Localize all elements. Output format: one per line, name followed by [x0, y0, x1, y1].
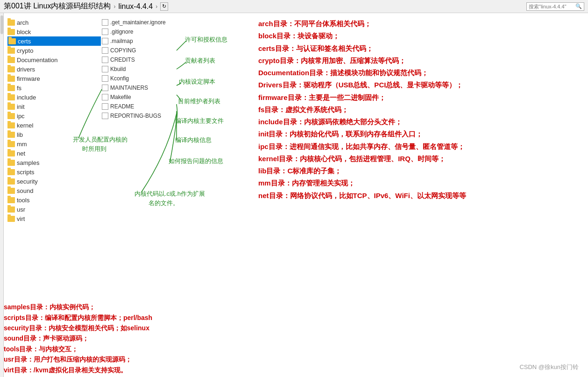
bottom-desc-line-3: sound目录：声卡驱动源码； [4, 333, 242, 343]
annotation-codefiles: 内核代码以.c或.h作为扩展 [135, 190, 205, 198]
bottom-desc-line-4: tools目录：与内核交互； [4, 344, 242, 354]
file-label: REPORTING-BUGS [110, 113, 161, 119]
right-desc-line-11: kernel目录：内核核心代码，包括进程管理、IRQ、时间等； [258, 153, 581, 165]
file-icon [102, 94, 108, 100]
nav-sep1: › [113, 3, 115, 10]
folder-icon [7, 66, 15, 72]
search-icon: 🔍 [575, 3, 582, 9]
folder-item-documentation[interactable]: Documentation [7, 55, 101, 64]
folder-item-block[interactable]: block [7, 27, 101, 36]
folder-label: arch [17, 19, 28, 26]
nav-search-box[interactable]: 🔍 [526, 2, 584, 11]
folder-item-ipc[interactable]: ipc [7, 111, 101, 121]
nav-breadcrumb1: 第001讲 Linux内核源码组织结构 [4, 1, 111, 11]
file-item-mailmap[interactable]: .mailmap [102, 36, 177, 46]
watermark: CSDN @徐kun按门铃 [519, 363, 579, 371]
right-desc-line-1: block目录：块设备驱动； [258, 30, 581, 42]
folder-item-samples[interactable]: samples [7, 158, 101, 167]
file-label: COPYING [110, 47, 136, 54]
annotation-codefiles2: 名的文件。 [149, 199, 179, 207]
bottom-desc-line-5: usr目录：用户打包和压缩内核的实现源码； [4, 354, 242, 364]
folder-item-sound[interactable]: sound [7, 186, 101, 195]
file-icon [102, 85, 108, 91]
file-list: .get_maintainer.ignore.gitignore.mailmap… [102, 18, 177, 121]
annotation-kconfig: 内核设定脚本 [179, 78, 215, 86]
folder-item-crypto[interactable]: crypto [7, 46, 101, 55]
bottom-desc-line-1: scripts目录：编译和配置内核所需脚本；perl/bash [4, 313, 242, 323]
folder-item-fs[interactable]: fs [7, 83, 101, 92]
folder-icon [7, 141, 15, 147]
folder-item-firmware[interactable]: firmware [7, 74, 101, 83]
nav-refresh-btn[interactable]: ↻ [160, 2, 168, 11]
file-label: README [110, 103, 134, 110]
file-item-reportingbugs[interactable]: REPORTING-BUGS [102, 111, 177, 121]
right-desc-line-10: ipc目录：进程间通信实现，比如共享内存、信号量、匿名管道等； [258, 141, 581, 153]
folder-label: firmware [17, 75, 40, 82]
folder-label: mm [17, 141, 27, 148]
file-icon [102, 47, 108, 54]
folder-item-drivers[interactable]: drivers [7, 64, 101, 74]
nav-bar: 第001讲 Linux内核源码组织结构 › linux-4.4.4 › ↻ 🔍 [0, 0, 588, 13]
folder-icon [7, 76, 15, 82]
file-icon [102, 19, 108, 26]
annotation-maintainers: 目前维护者列表 [178, 97, 220, 106]
file-item-readme[interactable]: README [102, 102, 177, 111]
right-desc-line-3: crypto目录：内核常用加密、压缩算法等代码； [258, 55, 581, 67]
file-item-kconfig[interactable]: Kconfig [102, 74, 177, 83]
file-label: .gitignore [110, 28, 133, 35]
folder-icon [7, 48, 15, 54]
folder-icon [8, 38, 16, 44]
folder-item-certs[interactable]: certs [7, 36, 101, 46]
right-desc-line-7: fs目录：虚拟文件系统代码； [258, 104, 581, 116]
folder-icon [7, 169, 15, 175]
right-desc-line-4: Documentation目录：描述模块功能和协议规范代码； [258, 67, 581, 79]
folder-icon [7, 216, 15, 222]
folder-label: sound [17, 187, 33, 194]
folder-label: certs [18, 38, 31, 45]
folder-item-init[interactable]: init [7, 102, 101, 111]
right-desc-line-14: net目录：网络协议代码，比如TCP、IPv6、WiFi、以太网实现等等 [258, 190, 581, 202]
folder-label: ipc [17, 113, 25, 120]
file-item-makefile[interactable]: Makefile [102, 92, 177, 102]
annotation-devconfig: 开发人员配置内核的 [73, 135, 128, 144]
file-label: Makefile [110, 94, 131, 100]
bottom-descriptions: samples目录：内核实例代码；scripts目录：编译和配置内核所需脚本；p… [4, 302, 242, 375]
folder-item-tools[interactable]: tools [7, 195, 101, 205]
folder-label: init [17, 103, 25, 110]
folder-label: usr [17, 206, 25, 213]
folder-item-virt[interactable]: virt [7, 214, 101, 223]
file-label: Kbuild [110, 66, 126, 72]
nav-search-input[interactable] [529, 4, 575, 9]
right-desc-line-6: firmware目录：主要是一些二进制固件； [258, 92, 581, 104]
folder-item-security[interactable]: security [7, 177, 101, 186]
folder-item-kernel[interactable]: kernel [7, 121, 101, 130]
folder-item-include[interactable]: include [7, 92, 101, 102]
file-item-copying[interactable]: COPYING [102, 46, 177, 55]
file-icon [102, 103, 108, 110]
folder-item-arch[interactable]: arch [7, 18, 101, 27]
file-label: .get_maintainer.ignore [110, 19, 166, 26]
annotation-credits: 贡献者列表 [185, 57, 215, 65]
file-item-gitignore[interactable]: .gitignore [102, 27, 177, 36]
file-item-kbuild[interactable]: Kbuild [102, 64, 177, 74]
file-item-credits[interactable]: CREDITS [102, 55, 177, 64]
folder-icon [7, 57, 15, 63]
folder-item-scripts[interactable]: scripts [7, 167, 101, 177]
folder-label: Documentation [17, 57, 57, 64]
file-item-getmaintainerignore[interactable]: .get_maintainer.ignore [102, 18, 177, 27]
annotation-readme: 编译内核信息 [175, 136, 212, 144]
folder-label: samples [17, 159, 39, 166]
folder-label: drivers [17, 66, 35, 73]
folder-item-usr[interactable]: usr [7, 205, 101, 214]
file-icon [102, 38, 108, 44]
file-label: CREDITS [110, 57, 135, 63]
annotation-license: 许可和授权信息 [185, 36, 227, 44]
main-content: archblockcertscryptoDocumentationdrivers… [0, 13, 588, 377]
folder-icon [7, 94, 15, 100]
folder-icon [7, 188, 15, 194]
folder-icon [7, 20, 15, 26]
file-item-maintainers[interactable]: MAINTAINERS [102, 83, 177, 92]
folder-icon [7, 160, 15, 166]
bottom-desc-line-6: virt目录：/kvm虚拟化目录相关支持实现。 [4, 365, 242, 375]
folder-label: scripts [17, 169, 35, 176]
